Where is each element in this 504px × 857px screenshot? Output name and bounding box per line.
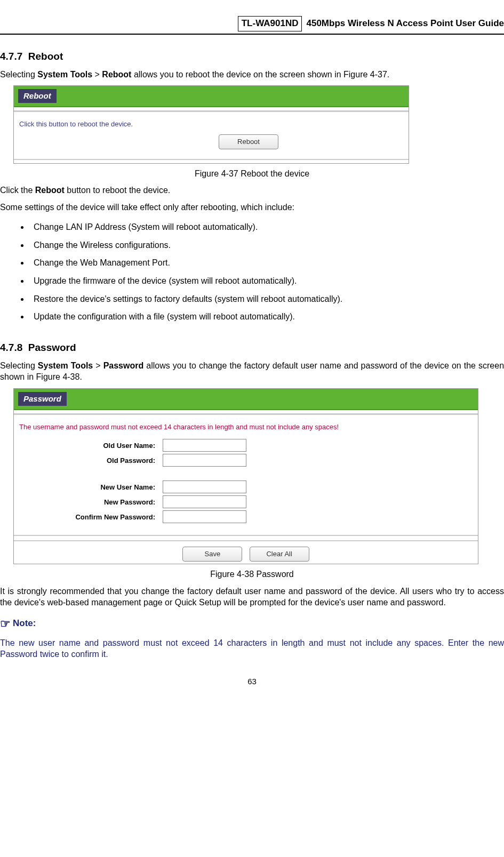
breadcrumb-part: System Tools xyxy=(37,70,92,79)
text: Click the xyxy=(0,186,35,195)
reboot-hint: Click this button to reboot the device. xyxy=(19,119,403,129)
label-confirm-password: Confirm New Password: xyxy=(19,512,163,522)
panel-header: Reboot xyxy=(14,86,409,107)
reboot-button[interactable]: Reboot xyxy=(219,134,278,149)
label-old-password: Old Password: xyxy=(19,456,163,466)
note-label: Note: xyxy=(13,618,36,628)
password-panel: Password The username and password must … xyxy=(13,388,478,564)
figure-reboot: Reboot Click this button to reboot the d… xyxy=(13,85,504,163)
panel-header: Password xyxy=(14,389,478,410)
password-recommend: It is strongly recommended that you chan… xyxy=(0,586,504,608)
model-number: TL-WA901ND xyxy=(238,16,302,31)
text: Selecting xyxy=(0,70,37,79)
note-body: The new user name and password must not … xyxy=(0,637,504,660)
list-item: Upgrade the firmware of the device (syst… xyxy=(29,272,504,290)
reboot-panel: Reboot Click this button to reboot the d… xyxy=(13,85,409,163)
figure-caption-password: Figure 4-38 Password xyxy=(0,568,504,580)
click-reboot-line: Click the Reboot button to reboot the de… xyxy=(0,185,504,196)
input-old-password[interactable] xyxy=(163,454,246,467)
list-item: Change the Web Management Port. xyxy=(29,254,504,272)
panel-title: Reboot xyxy=(18,89,57,103)
text: > xyxy=(93,361,103,370)
page-number: 63 xyxy=(0,676,504,687)
text: > xyxy=(92,70,102,79)
breadcrumb-part: System Tools xyxy=(38,361,93,370)
some-settings-line: Some settings of the device will take ef… xyxy=(0,202,504,213)
label-new-username: New User Name: xyxy=(19,483,163,492)
password-warning: The username and password must not excee… xyxy=(19,422,473,432)
section-number: 4.7.8 xyxy=(0,342,22,353)
section-title: Password xyxy=(28,342,76,353)
document-header: TL-WA901ND 450Mbps Wireless N Access Poi… xyxy=(0,16,504,35)
list-item: Update the configuration with a file (sy… xyxy=(29,308,504,326)
input-new-username[interactable] xyxy=(163,480,246,493)
text: Selecting xyxy=(0,361,38,370)
input-old-username[interactable] xyxy=(163,439,246,452)
text-bold: Reboot xyxy=(35,186,65,195)
breadcrumb-part: Reboot xyxy=(102,70,131,79)
section-heading-reboot: 4.7.7 Reboot xyxy=(0,50,504,63)
note-heading: ☞Note: xyxy=(0,616,504,632)
list-item: Change LAN IP Address (System will reboo… xyxy=(29,218,504,236)
input-new-password[interactable] xyxy=(163,495,246,508)
figure-password: Password The username and password must … xyxy=(13,388,504,564)
label-new-password: New Password: xyxy=(19,498,163,507)
input-confirm-password[interactable] xyxy=(163,510,246,523)
note-icon: ☞ xyxy=(0,617,11,630)
section-number: 4.7.7 xyxy=(0,51,22,62)
guide-title: 450Mbps Wireless N Access Point User Gui… xyxy=(306,18,504,30)
save-button[interactable]: Save xyxy=(182,547,242,562)
password-intro: Selecting System Tools > Password allows… xyxy=(0,360,504,383)
breadcrumb-part: Password xyxy=(103,361,144,370)
text: allows you to reboot the device on the s… xyxy=(131,70,389,79)
label-old-username: Old User Name: xyxy=(19,441,163,451)
text: button to reboot the device. xyxy=(65,186,170,195)
clear-all-button[interactable]: Clear All xyxy=(250,547,309,562)
section-title: Reboot xyxy=(28,51,63,62)
panel-title: Password xyxy=(18,392,67,406)
reboot-bullets: Change LAN IP Address (System will reboo… xyxy=(0,218,504,326)
reboot-intro: Selecting System Tools > Reboot allows y… xyxy=(0,69,504,81)
list-item: Restore the device's settings to factory… xyxy=(29,290,504,308)
section-heading-password: 4.7.8 Password xyxy=(0,341,504,355)
list-item: Change the Wireless configurations. xyxy=(29,236,504,254)
figure-caption-reboot: Figure 4-37 Reboot the device xyxy=(0,168,504,180)
